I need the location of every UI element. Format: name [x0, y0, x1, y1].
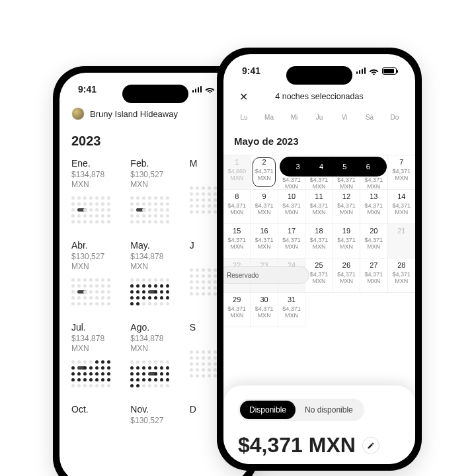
calendar-day-26[interactable]: 26$4,371MXN — [333, 258, 360, 293]
month-cell-may[interactable]: May. $134,878MXN — [130, 240, 180, 306]
calendar-day-7[interactable]: 7$4,371MXN — [388, 155, 415, 190]
day-number: 7 — [388, 158, 415, 167]
month-price: $134,878MXN — [130, 334, 180, 354]
day-price: $4,371 — [305, 202, 332, 209]
calendar-day-1[interactable]: 1$4,660MXN — [223, 155, 251, 190]
day-currency: MXN — [251, 209, 277, 216]
mini-calendar — [130, 360, 180, 388]
phone-notch — [122, 85, 188, 103]
day-number: 18 — [305, 227, 332, 235]
wifi-icon — [369, 67, 379, 75]
day-price: $4,371 — [333, 237, 360, 243]
day-number: 25 — [305, 261, 332, 270]
month-cell-ago[interactable]: Ago. $134,878MXN — [130, 322, 180, 388]
day-price: $4,371 — [278, 237, 305, 243]
day-number: 21 — [388, 227, 415, 235]
month-price: $134,878MXN — [71, 170, 121, 190]
selected-day: 3 — [286, 163, 309, 171]
listing-avatar[interactable] — [71, 107, 85, 120]
calendar-day-18[interactable]: 18$4,371MXN — [305, 224, 333, 258]
day-price: $4,371 — [333, 271, 360, 278]
calendar-day-19[interactable]: 19$4,371MXN — [333, 224, 360, 258]
calendar-day-12[interactable]: 12$4,371MXN — [333, 190, 360, 224]
calendar-day-14[interactable]: 14$4,371MXN — [388, 190, 415, 224]
month-name: Feb. — [130, 158, 180, 169]
calendar-day-27[interactable]: 27$4,371MXN — [360, 258, 387, 293]
day-number: 8 — [223, 192, 250, 201]
month-cell-jul[interactable]: Jul. $134,878MXN — [71, 322, 121, 388]
month-cell-abr[interactable]: Abr. $130,527MXN — [71, 240, 121, 306]
calendar-day-11[interactable]: 11$4,371MXN — [305, 190, 333, 224]
calendar-day-16[interactable]: 16$4,371MXN — [251, 224, 278, 258]
listing-name[interactable]: Bruny Island Hideaway — [90, 109, 178, 119]
month-cell-ene[interactable]: Ene. $134,878MXN — [71, 158, 121, 224]
day-number: 26 — [333, 261, 360, 270]
calendar-day-13[interactable]: 13$4,371MXN — [360, 190, 387, 224]
calendar-day-2[interactable]: 2$4,371MXN — [251, 155, 278, 190]
day-number: 15 — [223, 227, 250, 235]
day-price: $4,371 — [360, 271, 387, 278]
day-currency: MXN — [278, 183, 305, 190]
month-cell-nov[interactable]: Nov. $130,527 — [130, 404, 180, 426]
cellular-icon — [356, 67, 366, 74]
calendar-day-15[interactable]: 15$4,371MXN — [223, 224, 251, 258]
day-currency: MXN — [333, 243, 360, 250]
calendar-day-28[interactable]: 28$4,371MXN — [388, 258, 415, 293]
month-name: May. — [130, 240, 180, 251]
month-name: Oct. — [71, 404, 121, 415]
calendar-day-30[interactable]: 30$4,371MXN — [251, 293, 278, 327]
day-price: $4,371 — [278, 202, 305, 209]
mini-calendar — [130, 278, 180, 306]
weekday-label: Mi — [282, 114, 307, 121]
month-name: Abr. — [71, 240, 121, 251]
edit-price-button[interactable] — [362, 437, 379, 454]
month-price: $130,527MXN — [71, 252, 121, 272]
day-currency: MXN — [223, 175, 250, 181]
day-currency: MXN — [305, 243, 332, 250]
month-title: Mayo de 2023 — [223, 126, 415, 155]
month-price: $130,527 — [130, 416, 180, 426]
reserved-pill[interactable]: Reservado — [223, 266, 309, 284]
day-price: $4,371 — [360, 202, 387, 209]
calendar-day-21[interactable]: 21 — [388, 224, 415, 258]
month-cell-oct[interactable]: Oct. — [71, 404, 121, 426]
day-currency: MXN — [223, 209, 250, 216]
selected-day: 5 — [333, 163, 356, 171]
calendar-day-9[interactable]: 9$4,371MXN — [251, 190, 278, 224]
calendar-day-25[interactable]: 25$4,371MXN — [305, 258, 333, 293]
day-number: 30 — [251, 296, 277, 304]
availability-segmented-control[interactable]: Disponible No disponible — [238, 399, 364, 421]
calendar-day-17[interactable]: 17$4,371MXN — [278, 224, 305, 258]
selected-range-pill[interactable]: 3 4 5 6 — [280, 157, 387, 177]
day-currency: MXN — [333, 209, 360, 216]
cellular-icon — [192, 86, 202, 93]
day-currency: MXN — [278, 243, 305, 250]
day-price: $4,371 — [305, 271, 332, 278]
mini-calendar — [71, 196, 121, 224]
day-price: $4,371 — [305, 177, 332, 183]
day-price: $4,371 — [278, 305, 305, 312]
day-number: 11 — [305, 192, 332, 201]
day-currency: MXN — [360, 209, 387, 216]
day-currency: MXN — [278, 209, 305, 216]
day-currency: MXN — [333, 183, 360, 190]
calendar-day-29[interactable]: 29$4,371MXN — [223, 293, 251, 327]
calendar-day-20[interactable]: 20$4,371MXN — [360, 224, 387, 258]
close-icon[interactable]: ✕ — [235, 89, 251, 104]
status-time: 9:41 — [242, 65, 260, 76]
month-cell-feb[interactable]: Feb. $130,527MXN — [130, 158, 180, 224]
day-currency: MXN — [333, 278, 360, 284]
weekday-label: Do — [382, 114, 407, 121]
calendar-day-31[interactable]: 31$4,371MXN — [278, 293, 305, 327]
mini-calendar — [71, 278, 121, 306]
month-price — [71, 416, 121, 426]
month-name: Nov. — [130, 404, 180, 415]
segment-available[interactable]: Disponible — [240, 401, 296, 419]
calendar-day-8[interactable]: 8$4,371MXN — [223, 190, 251, 224]
status-time: 9:41 — [78, 84, 97, 95]
segment-unavailable[interactable]: No disponible — [296, 401, 362, 419]
day-number: 1 — [223, 158, 250, 167]
reserved-label: Reservado — [227, 272, 258, 279]
day-price: $4,371 — [223, 237, 250, 243]
calendar-day-10[interactable]: 10$4,371MXN — [278, 190, 305, 224]
